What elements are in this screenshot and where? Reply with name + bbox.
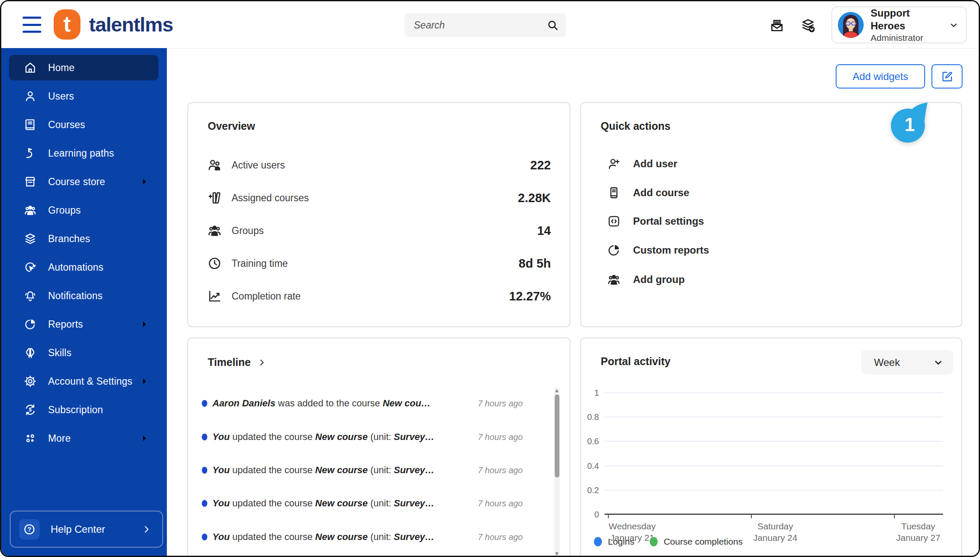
y-tick: 1 <box>581 388 599 398</box>
overview-row-training-time: Training time 8d 5h <box>207 251 551 275</box>
chevron-right-icon <box>140 377 149 386</box>
event-dot-icon <box>202 500 207 507</box>
sidebar-item-users[interactable]: Users <box>9 83 158 109</box>
logins-legend-label: Logins <box>608 537 634 547</box>
period-value: Week <box>874 357 900 368</box>
sidebar-item-groups[interactable]: Groups <box>9 197 158 223</box>
overview-row-groups: Groups 14 <box>207 219 551 243</box>
edit-dashboard-button[interactable] <box>931 64 963 89</box>
storefront-icon <box>23 175 37 189</box>
gear-icon <box>23 374 37 388</box>
app-window: t talentlms Support Heroes Administrator <box>0 0 980 557</box>
quick-action-add-group[interactable]: Add group <box>607 269 943 291</box>
groups-icon <box>207 223 222 238</box>
add-group-icon <box>607 272 621 287</box>
sidebar-item-reports[interactable]: Reports <box>9 311 158 337</box>
x-tick-label: TuesdayJanuary 27 <box>871 520 965 543</box>
sidebar-item-skills[interactable]: Skills <box>9 340 158 366</box>
course-stack-icon[interactable] <box>800 17 816 34</box>
quick-action-portal-settings[interactable]: Portal settings <box>607 210 943 232</box>
dots-grid-icon <box>23 431 37 445</box>
help-center-button[interactable]: ? Help Center <box>10 511 163 548</box>
svg-text:1: 1 <box>905 114 915 135</box>
search-input[interactable] <box>404 13 566 37</box>
sidebar-item-courses[interactable]: Courses <box>9 112 158 137</box>
clock-icon <box>207 256 222 271</box>
profile-name: Support Heroes <box>871 7 942 32</box>
add-widgets-button[interactable]: Add widgets <box>836 64 925 89</box>
y-tick: 0.2 <box>581 485 599 495</box>
y-tick: 0.8 <box>581 412 599 422</box>
home-icon <box>23 61 37 74</box>
timeline-event: You updated the course New course (unit:… <box>202 459 523 481</box>
dollar-refresh-icon: $ <box>23 403 37 417</box>
quick-action-add-course[interactable]: Add course <box>607 182 943 204</box>
chart-legend: Logins Course completions <box>594 537 742 547</box>
scroll-up-icon[interactable] <box>555 389 559 392</box>
logins-legend-dot <box>594 537 602 546</box>
overview-row-active-users: Active users 222 <box>207 153 551 177</box>
inbox-message-icon[interactable] <box>769 17 785 34</box>
scrollbar-thumb[interactable] <box>555 394 559 477</box>
hamburger-menu-icon[interactable] <box>23 17 41 33</box>
top-bar: t talentlms Support Heroes Administrator <box>1 1 979 49</box>
timeline-scrollbar[interactable] <box>554 387 560 557</box>
overview-row-completion-rate: Completion rate 12.27% <box>207 284 551 308</box>
profile-role: Administrator <box>871 32 942 43</box>
portal-activity-title: Portal activity <box>601 355 671 368</box>
portal-activity-card: Portal activity Week 1 0.8 0.6 0.4 0.2 0 <box>580 337 962 557</box>
book-icon <box>23 118 37 131</box>
sidebar-item-notifications[interactable]: Notifications <box>9 283 158 308</box>
people-icon <box>23 203 37 217</box>
svg-text:?: ? <box>28 526 32 533</box>
timeline-card: Timeline Aaron Daniels was added to the … <box>187 337 570 557</box>
bell-icon <box>23 289 37 303</box>
assigned-courses-icon <box>207 190 222 206</box>
timeline-event: Aaron Daniels was added to the course Ne… <box>202 392 523 414</box>
main-content: Welcome, Support! Add widgets 1 Overview… <box>167 49 979 556</box>
search-bar <box>404 13 566 37</box>
event-dot-icon <box>202 434 207 440</box>
edit-pencil-icon <box>941 70 954 83</box>
quick-action-custom-reports[interactable]: Custom reports <box>607 239 943 261</box>
chevron-right-icon <box>140 320 149 329</box>
timeline-title: Timeline <box>208 356 251 368</box>
x-axis <box>605 514 943 515</box>
pie-quarter-icon <box>607 243 621 257</box>
timeline-event: You updated the course New course (unit:… <box>202 526 523 548</box>
event-time: 7 hours ago <box>478 499 523 508</box>
sidebar-item-more[interactable]: More <box>9 426 158 451</box>
event-time: 7 hours ago <box>478 432 523 442</box>
overview-row-assigned-courses: Assigned courses 2.28K <box>207 186 551 210</box>
svg-text:$: $ <box>29 407 32 413</box>
timeline-header-link[interactable]: Timeline <box>208 356 266 368</box>
scroll-down-icon[interactable] <box>555 552 559 556</box>
sidebar-item-subscription[interactable]: $ Subscription <box>9 397 158 423</box>
completions-legend-dot <box>650 537 658 546</box>
event-time: 7 hours ago <box>478 399 523 408</box>
chevron-down-icon <box>933 357 943 368</box>
logo-mark-icon: t <box>54 9 80 40</box>
sidebar: Home Users Courses Learning paths Course… <box>1 48 167 556</box>
quick-action-add-user[interactable]: Add user <box>607 153 943 175</box>
add-course-icon <box>607 186 621 200</box>
sidebar-item-course-store[interactable]: Course store <box>9 169 158 194</box>
profile-text: Support Heroes Administrator <box>871 7 942 43</box>
step-1-cursor-badge: 1 <box>891 100 934 143</box>
completions-legend-label: Course completions <box>664 537 743 547</box>
overview-title: Overview <box>208 120 255 132</box>
period-select[interactable]: Week <box>861 350 953 374</box>
sidebar-item-branches[interactable]: Branches <box>9 226 158 251</box>
sidebar-item-learning-paths[interactable]: Learning paths <box>9 140 158 166</box>
timeline-event: You updated the course New course (unit:… <box>202 492 523 514</box>
sidebar-item-automations[interactable]: Automations <box>9 254 158 280</box>
sidebar-item-account-settings[interactable]: Account & Settings <box>9 368 158 394</box>
search-icon[interactable] <box>546 18 559 32</box>
talentlms-logo[interactable]: t talentlms <box>54 9 173 40</box>
user-icon <box>23 89 37 103</box>
add-user-icon <box>607 157 621 171</box>
sidebar-item-home[interactable]: Home <box>9 55 158 80</box>
event-dot-icon <box>202 534 207 540</box>
profile-menu[interactable]: Support Heroes Administrator <box>831 6 967 43</box>
y-tick: 0.4 <box>581 461 599 471</box>
